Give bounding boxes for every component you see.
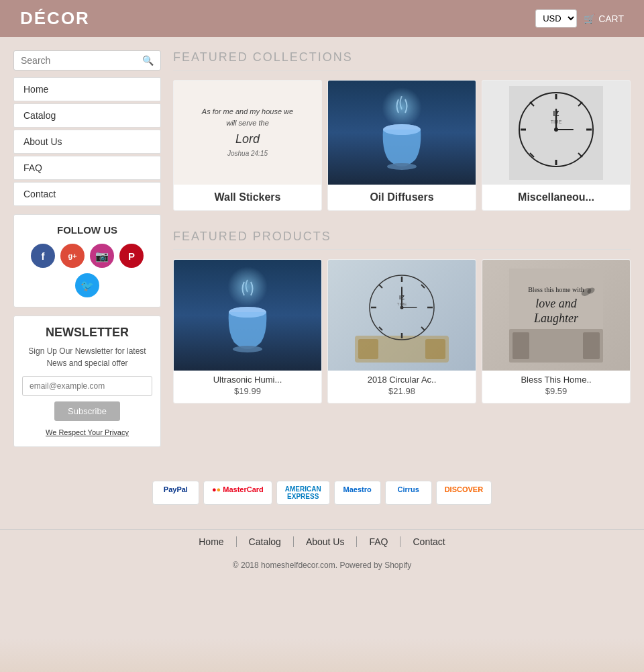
payment-discover: DISCOVER — [436, 481, 492, 505]
sidebar: 🔍 Home Catalog About Us FAQ Contact FOLL… — [13, 50, 161, 447]
bless-image: Bless this home with love and Laughter — [482, 260, 630, 371]
site-logo: DÉCOR — [20, 8, 90, 29]
social-icons: f g+ 📷 P 🐦 — [21, 244, 154, 297]
collection-label-misc: Miscellaneou... — [482, 185, 630, 210]
collection-label-wall: Wall Stickers — [174, 185, 321, 210]
follow-us-box: FOLLOW US f g+ 📷 P 🐦 — [13, 214, 161, 307]
pinterest-icon[interactable]: P — [119, 244, 144, 268]
search-box: 🔍 — [13, 50, 161, 70]
product-name-humidifier: Ultrasonic Humi... — [174, 371, 321, 386]
product-item-humidifier[interactable]: Ultrasonic Humi... $19.99 — [173, 259, 322, 403]
nav-link-home[interactable]: Home — [14, 78, 160, 101]
payment-maestro: Maestro — [334, 481, 381, 505]
payment-icons: PayPal ●● MasterCard AMERICANEXPRESS Mae… — [13, 481, 631, 505]
collection-item-misc[interactable]: IZ TIME Miscellaneou... — [482, 80, 631, 211]
content-area: FEATURED COLLECTIONS As for me and my ho… — [173, 50, 631, 447]
footer-nav-home[interactable]: Home — [186, 536, 236, 547]
payment-mastercard: ●● MasterCard — [203, 481, 272, 505]
product-price-clock: $21.98 — [328, 386, 476, 396]
nav-menu: Home Catalog About Us FAQ Contact — [13, 77, 161, 206]
facebook-icon[interactable]: f — [31, 244, 55, 268]
svg-rect-41 — [513, 332, 529, 359]
footer-nav-catalog[interactable]: Catalog — [237, 536, 294, 547]
wall-sticker-image: As for me and my house wewill serve the … — [174, 81, 321, 185]
subscribe-button[interactable]: Subscribe — [54, 401, 120, 421]
newsletter-title: NEWSLETTER — [22, 326, 152, 340]
footer-nav-contact[interactable]: Contact — [400, 536, 457, 547]
svg-point-38 — [400, 305, 404, 309]
product-price-humidifier: $19.99 — [174, 386, 321, 396]
currency-select[interactable]: USD EUR GBP — [535, 9, 577, 28]
product-name-clock: 2018 Circular Ac.. — [328, 371, 476, 386]
cart-button[interactable]: 🛒 CART — [584, 13, 624, 24]
featured-collections-section: FEATURED COLLECTIONS As for me and my ho… — [173, 50, 631, 211]
nav-item-home[interactable]: Home — [13, 77, 161, 101]
footer-nav: Home Catalog About Us FAQ Contact — [0, 529, 644, 554]
wall-sticker-quote: As for me and my house wewill serve the … — [195, 99, 300, 166]
nav-link-catalog[interactable]: Catalog — [14, 104, 160, 127]
collection-item-diffuser[interactable]: Oil Diffusers — [327, 80, 476, 211]
clock-svg: IZ TIME — [509, 86, 603, 180]
collection-item-wall[interactable]: As for me and my house wewill serve the … — [173, 80, 322, 211]
svg-point-2 — [387, 163, 417, 170]
svg-rect-42 — [583, 332, 600, 359]
svg-text:Bless this home with: Bless this home with — [528, 286, 584, 293]
diffuser-glow — [382, 87, 422, 128]
newsletter-box: NEWSLETTER Sign Up Our Newsletter for la… — [13, 316, 161, 447]
svg-point-19 — [229, 307, 266, 318]
svg-point-17 — [554, 128, 558, 132]
nav-item-faq[interactable]: FAQ — [13, 156, 161, 180]
instagram-icon[interactable]: 📷 — [90, 244, 114, 268]
site-footer: PayPal ●● MasterCard AMERICANEXPRESS Mae… — [0, 461, 644, 583]
nav-item-catalog[interactable]: Catalog — [13, 103, 161, 128]
cart-label: CART — [598, 13, 624, 24]
svg-rect-23 — [358, 339, 378, 359]
newsletter-email-input[interactable] — [22, 376, 152, 396]
featured-products-section: FEATURED PRODUCTS — [173, 230, 631, 403]
footer-nav-faq[interactable]: FAQ — [357, 536, 400, 547]
nav-item-about[interactable]: About Us — [13, 130, 161, 154]
collection-label-diffuser: Oil Diffusers — [328, 185, 476, 210]
search-button[interactable]: 🔍 — [142, 55, 154, 66]
svg-text:Laughter: Laughter — [533, 311, 579, 325]
nav-link-faq[interactable]: FAQ — [14, 156, 160, 179]
clock-product-svg: IZ TIME — [355, 269, 449, 363]
humidifier-image — [174, 260, 321, 371]
follow-us-title: FOLLOW US — [21, 224, 154, 236]
search-icon: 🔍 — [142, 55, 154, 66]
twitter-icon[interactable]: 🐦 — [75, 273, 99, 297]
payment-amex: AMERICANEXPRESS — [276, 481, 330, 505]
privacy-link[interactable]: We Respect Your Privacy — [46, 428, 129, 436]
cart-icon: 🛒 — [584, 13, 595, 24]
product-name-bless: Bless This Home.. — [482, 371, 630, 386]
footer-copyright: © 2018 homeshelfdecor.com. Powered by Sh… — [0, 554, 644, 583]
footer-payments: PayPal ●● MasterCard AMERICANEXPRESS Mae… — [0, 461, 644, 529]
product-item-clock[interactable]: IZ TIME 2018 Circular Ac.. $21.98 — [327, 259, 476, 403]
newsletter-description: Sign Up Our Newsletter for latest News a… — [22, 345, 152, 369]
featured-products-title: FEATURED PRODUCTS — [173, 230, 631, 250]
google-plus-icon[interactable]: g+ — [60, 244, 85, 268]
main-container: 🔍 Home Catalog About Us FAQ Contact FOLL… — [0, 37, 644, 461]
diffuser-image — [328, 81, 476, 185]
humidifier-glow — [227, 267, 268, 307]
site-header: DÉCOR USD EUR GBP 🛒 CART — [0, 0, 644, 37]
clock-product-image: IZ TIME — [328, 260, 476, 371]
footer-nav-about[interactable]: About Us — [294, 536, 358, 547]
nav-link-about[interactable]: About Us — [14, 130, 160, 153]
product-item-bless[interactable]: Bless this home with love and Laughter B… — [482, 259, 631, 403]
products-grid: Ultrasonic Humi... $19.99 — [173, 259, 631, 403]
product-price-bless: $9.59 — [482, 386, 630, 396]
bless-svg: Bless this home with love and Laughter — [509, 269, 603, 363]
featured-collections-title: FEATURED COLLECTIONS — [173, 50, 631, 70]
header-right: USD EUR GBP 🛒 CART — [535, 9, 624, 28]
nav-link-contact[interactable]: Contact — [14, 183, 160, 205]
svg-text:love and: love and — [535, 297, 577, 310]
collections-grid: As for me and my house wewill serve the … — [173, 80, 631, 211]
nav-item-contact[interactable]: Contact — [13, 182, 161, 206]
svg-rect-24 — [425, 339, 445, 359]
payment-paypal: PayPal — [152, 481, 199, 505]
payment-cirrus: Cirrus — [385, 481, 432, 505]
clock-image: IZ TIME — [482, 81, 630, 185]
search-input[interactable] — [21, 55, 142, 66]
svg-point-20 — [233, 346, 262, 352]
